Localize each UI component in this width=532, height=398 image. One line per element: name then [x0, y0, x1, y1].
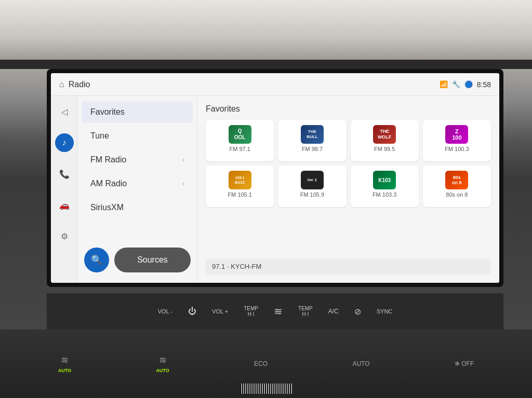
header-bar: ⌂ Radio 📶 🔧 🔵 8:58 — [51, 73, 499, 96]
favorite-item-k103[interactable]: K103 FM 103.3 — [351, 166, 419, 207]
seat-heat-left-icon: ≋ — [61, 354, 69, 366]
favorite-logo-fm97: QOOL — [229, 125, 251, 144]
favorite-label-k103: FM 103.3 — [373, 191, 396, 198]
nav-menu: Favorites Tune FM Radio › AM Radio › Sir… — [78, 96, 197, 283]
nav-icon-phone[interactable]: 📞 — [55, 164, 74, 183]
favorite-item-fm1059[interactable]: inc 1 FM 105.9 — [278, 166, 346, 207]
eco-button[interactable]: ECO — [254, 360, 268, 367]
nav-item-am-radio-label: AM Radio — [90, 179, 127, 188]
nav-item-tune-label: Tune — [90, 131, 109, 141]
favorite-logo-fm99: THEWOLF — [373, 125, 396, 144]
favorite-label-80s: 80s on 8 — [446, 191, 468, 198]
clock: 8:58 — [477, 80, 491, 89]
settings-status-icon: 🔧 — [452, 80, 460, 88]
screen-bezel: ⌂ Radio 📶 🔧 🔵 8:58 ◁ ♪ 📞 🚗 ⚙ Fa — [47, 69, 503, 287]
signal-icon: 📶 — [440, 80, 448, 88]
favorite-item-fm100[interactable]: Z100 FM 100.3 — [423, 120, 491, 161]
favorite-label-fm1059: FM 105.9 — [300, 191, 324, 198]
favorite-logo-fm105: 105.1BUZZ — [229, 171, 251, 189]
seat-heat-left-label: AUTO — [58, 368, 71, 373]
nav-bottom-actions: 🔍 Sources — [78, 241, 197, 279]
car-vent-strip — [0, 60, 532, 69]
favorites-grid: QOOL FM 97.1 THEBULL FM 98.7 THEWOLF FM … — [206, 120, 491, 207]
favorite-item-fm98[interactable]: THEBULL FM 98.7 — [278, 120, 346, 161]
temp-lo-label: TEMPH I — [244, 306, 258, 317]
car-controls-bar: VOL - ⏻ VOL + TEMPH I ≋ TEMPH I A/C ⊘ SY… — [47, 293, 503, 330]
favorite-item-fm99[interactable]: THEWOLF FM 99.5 — [351, 120, 419, 161]
chevron-icon: › — [182, 156, 184, 163]
favorite-item-80s[interactable]: 80son 8 80s on 8 — [423, 166, 491, 207]
car-top-panel — [0, 0, 532, 62]
sources-button[interactable]: Sources — [114, 248, 191, 272]
chevron-icon: › — [182, 180, 184, 187]
nav-icon-car[interactable]: 🚗 — [55, 196, 74, 214]
nav-item-am-radio[interactable]: AM Radio › — [82, 173, 193, 195]
search-button[interactable]: 🔍 — [84, 248, 109, 272]
now-playing-bar: 97.1 · KYCH-FM — [206, 258, 491, 275]
favorite-label-fm97: FM 97.1 — [229, 146, 250, 152]
auto-label: AUTO — [352, 360, 369, 367]
screen-title: Radio — [69, 80, 440, 89]
seat-heat-left[interactable]: ≋ AUTO — [58, 354, 71, 373]
auto-button[interactable]: AUTO — [352, 360, 369, 367]
favorite-label-fm105: FM 105.1 — [228, 191, 251, 198]
right-panel: Favorites QOOL FM 97.1 THEBULL FM 98.7 T… — [197, 96, 499, 283]
favorite-item-fm105[interactable]: 105.1BUZZ FM 105.1 — [206, 166, 274, 207]
power-button[interactable]: ⏻ — [188, 307, 196, 316]
favorite-label-fm98: FM 98.7 — [302, 146, 323, 152]
defrost-button[interactable]: ⊘ — [354, 307, 361, 317]
favorite-label-fm100: FM 100.3 — [445, 146, 469, 152]
eco-label: ECO — [254, 360, 268, 367]
nav-item-siriusxm[interactable]: SiriusXM — [82, 197, 193, 218]
bluetooth-icon: 🔵 — [464, 80, 473, 88]
fan-icon[interactable]: ≋ — [274, 305, 283, 318]
sidebar-icons: ◁ ♪ 📞 🚗 ⚙ — [51, 96, 78, 283]
ac-button[interactable]: A/C — [328, 308, 339, 315]
favorite-logo-k103: K103 — [373, 171, 396, 189]
barcode-sticker — [240, 383, 292, 394]
favorite-logo-fm100: Z100 — [445, 125, 468, 144]
home-icon[interactable]: ⌂ — [59, 80, 64, 89]
ac-off-button[interactable]: ❄ OFF — [455, 360, 474, 367]
nav-item-fm-radio-label: FM Radio — [90, 155, 126, 164]
panel-title: Favorites — [206, 104, 491, 114]
nav-icon-navigation[interactable]: ◁ — [55, 102, 74, 121]
nav-item-fm-radio[interactable]: FM Radio › — [82, 149, 193, 171]
infotainment-screen: ⌂ Radio 📶 🔧 🔵 8:58 ◁ ♪ 📞 🚗 ⚙ Fa — [51, 73, 499, 283]
ac-off-label: ❄ OFF — [455, 360, 474, 367]
nav-item-favorites-label: Favorites — [90, 107, 125, 117]
favorite-label-fm99: FM 99.5 — [374, 146, 395, 152]
favorite-logo-80s: 80son 8 — [445, 171, 468, 189]
vol-plus-label: VOL + — [212, 308, 228, 314]
nav-icon-music[interactable]: ♪ — [55, 133, 74, 152]
favorite-item-fm97[interactable]: QOOL FM 97.1 — [206, 120, 274, 161]
favorite-logo-fm98: THEBULL — [301, 125, 324, 144]
content-area: ◁ ♪ 📞 🚗 ⚙ Favorites Tune FM Radio › — [51, 96, 499, 283]
status-bar: 📶 🔧 🔵 8:58 — [440, 80, 491, 89]
temp-hi-label: TEMPH I — [298, 306, 313, 317]
seat-heat-right-label: AUTO — [156, 368, 169, 373]
nav-item-tune[interactable]: Tune — [82, 125, 193, 147]
sync-label: SYNC — [377, 308, 393, 314]
nav-item-favorites[interactable]: Favorites — [82, 101, 193, 123]
nav-item-siriusxm-label: SiriusXM — [90, 203, 124, 212]
seat-heat-right[interactable]: ≋ AUTO — [156, 354, 169, 373]
seat-heat-right-icon: ≋ — [159, 354, 167, 366]
nav-icon-settings[interactable]: ⚙ — [55, 227, 74, 245]
vol-minus-label: VOL - — [158, 308, 172, 314]
favorite-logo-fm1059: inc 1 — [301, 171, 324, 189]
